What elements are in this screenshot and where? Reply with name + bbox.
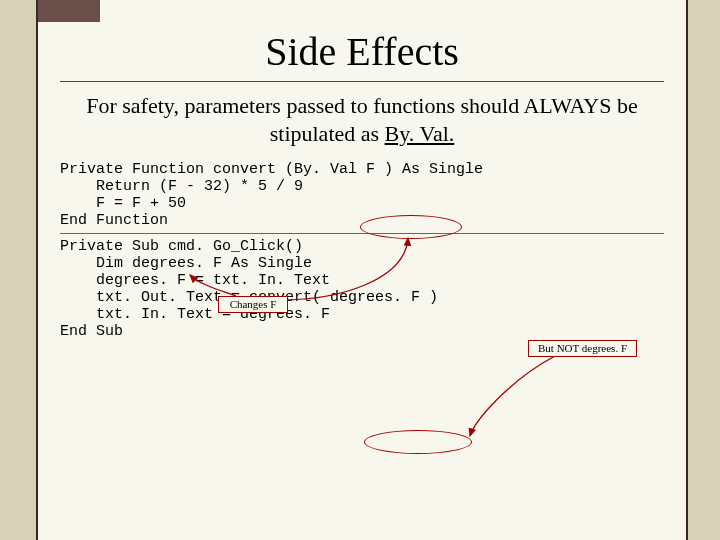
c2l6: End Sub [60, 323, 123, 340]
c1l1a: Private Function convert ( [60, 161, 294, 178]
title-rule [60, 81, 664, 82]
c2l4c: ) [429, 289, 438, 306]
c1l2: Return (F - 32) * 5 / 9 [60, 178, 303, 195]
c2l4a: txt. Out. Text = convert( [60, 289, 330, 306]
c1l4: End Function [60, 212, 168, 229]
slide-paper: Side Effects For safety, parameters pass… [36, 0, 688, 540]
code-block-2: Private Sub cmd. Go_Click() Dim degrees.… [60, 238, 686, 340]
intro-part1: For safety, parameters passed to functio… [86, 93, 638, 146]
intro-byval: By. Val. [385, 121, 455, 146]
callout-changes-f: Changes F [218, 296, 288, 313]
c2l1: Private Sub cmd. Go_Click() [60, 238, 303, 255]
c1l1b: By. Val F [294, 161, 384, 178]
c1l1c: ) As Single [384, 161, 483, 178]
c2l2: Dim degrees. F As Single [60, 255, 312, 272]
c2l5: txt. In. Text = degrees. F [60, 306, 330, 323]
slide-title: Side Effects [38, 28, 686, 75]
callout-not-degreesf: But NOT degrees. F [528, 340, 637, 357]
corner-decoration [38, 0, 100, 22]
c2l3: degrees. F = txt. In. Text [60, 272, 330, 289]
c1l3: F = F + 50 [60, 195, 186, 212]
c2l4b: degrees. F [330, 289, 429, 306]
code-divider [60, 233, 664, 234]
oval-highlight-degreesf [364, 430, 472, 454]
intro-text: For safety, parameters passed to functio… [78, 92, 646, 147]
oval-highlight-byval [360, 215, 462, 239]
